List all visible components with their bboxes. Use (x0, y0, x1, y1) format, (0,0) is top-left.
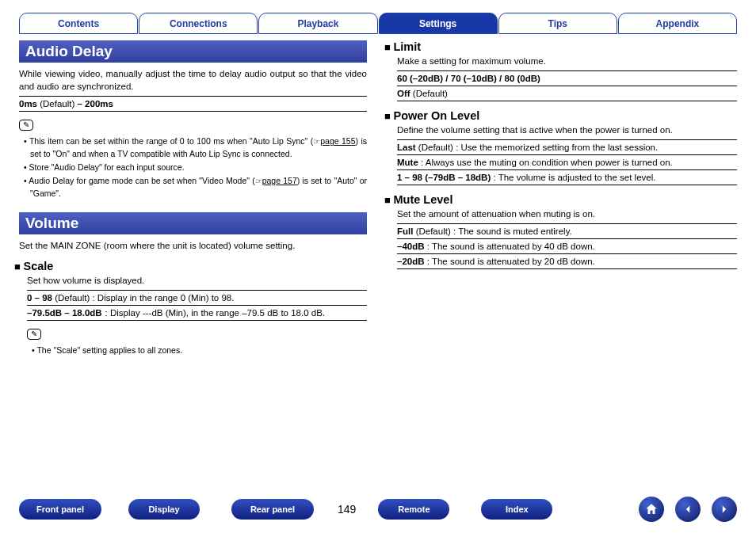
note-2: Store "Audio Delay" for each input sourc… (24, 162, 367, 173)
tab-playback[interactable]: Playback (258, 13, 377, 34)
pill-display[interactable]: Display (128, 499, 200, 520)
range-0ms: 0ms (19, 99, 37, 109)
tab-tips[interactable]: Tips (498, 13, 617, 34)
range-default: (Default) (37, 99, 78, 109)
scale-row-2: –79.5dB – 18.0dB : Display ---dB (Min), … (27, 305, 367, 321)
note-3: Audio Delay for game mode can be set whe… (24, 175, 367, 200)
audio-delay-desc: While viewing video, manually adjust the… (19, 67, 367, 93)
audio-delay-heading: Audio Delay (19, 40, 367, 63)
scale-row-1: 0 – 98 (Default) : Display in the range … (27, 290, 367, 305)
power-row-2: Mute : Always use the muting on conditio… (397, 154, 737, 169)
mute-level-desc: Set the amount of attenuation when mutin… (397, 207, 737, 220)
limit-row-2: Off (Default) (397, 86, 737, 101)
home-icon[interactable] (639, 497, 664, 522)
power-on-desc: Define the volume setting that is active… (397, 124, 737, 136)
pill-remote[interactable]: Remote (378, 499, 449, 520)
mute-row-2: –40dB : The sound is attenuated by 40 dB… (397, 238, 737, 253)
power-row-3: 1 – 98 (–79dB – 18dB) : The volume is ad… (397, 169, 737, 185)
link-page-157[interactable]: page 157 (262, 176, 297, 185)
scale-notes: The "Scale" setting applies to all zones… (32, 345, 367, 356)
audio-delay-notes: This item can be set within the range of… (24, 135, 367, 200)
page-number: 149 (338, 503, 356, 516)
note-1: This item can be set within the range of… (24, 135, 367, 160)
top-tabs: Contents Connections Playback Settings T… (19, 13, 737, 34)
tab-contents[interactable]: Contents (19, 13, 138, 34)
tab-connections[interactable]: Connections (139, 13, 258, 34)
bottom-bar: Front panel Display Rear panel 149 Remot… (0, 497, 756, 522)
volume-heading: Volume (19, 212, 367, 234)
back-icon[interactable] (675, 497, 701, 522)
mute-level-heading: Mute Level (384, 193, 737, 206)
range-200ms: – 200ms (78, 99, 113, 109)
power-row-1: Last (Default) : Use the memorized setti… (397, 139, 737, 154)
tab-settings[interactable]: Settings (379, 13, 498, 34)
scale-note-1: The "Scale" setting applies to all zones… (32, 345, 367, 356)
limit-row-1: 60 (–20dB) / 70 (–10dB) / 80 (0dB) (397, 70, 737, 86)
power-on-heading: Power On Level (384, 109, 737, 122)
mute-row-3: –20dB : The sound is attenuated by 20 dB… (397, 253, 737, 269)
link-page-155[interactable]: page 155 (320, 136, 355, 146)
pill-front-panel[interactable]: Front panel (19, 499, 101, 520)
forward-icon[interactable] (712, 497, 737, 522)
content-area: Audio Delay While viewing video, manuall… (19, 40, 737, 358)
tab-appendix[interactable]: Appendix (618, 13, 737, 34)
pen-icon: ✎ (19, 120, 33, 131)
mute-row-1: Full (Default) : The sound is muted enti… (397, 223, 737, 238)
audio-delay-range: 0ms (Default) – 200ms (19, 96, 367, 112)
pill-index[interactable]: Index (481, 499, 552, 520)
left-column: Audio Delay While viewing video, manuall… (19, 40, 367, 358)
limit-desc: Make a setting for maximum volume. (397, 55, 737, 67)
right-column: Limit Make a setting for maximum volume.… (389, 40, 737, 358)
pen-icon: ✎ (27, 329, 41, 340)
pill-rear-panel[interactable]: Rear panel (231, 499, 314, 520)
scale-desc: Set how volume is displayed. (27, 274, 367, 287)
scale-heading: Scale (14, 260, 367, 272)
volume-desc: Set the MAIN ZONE (room where the unit i… (19, 239, 367, 252)
limit-heading: Limit (384, 40, 737, 53)
